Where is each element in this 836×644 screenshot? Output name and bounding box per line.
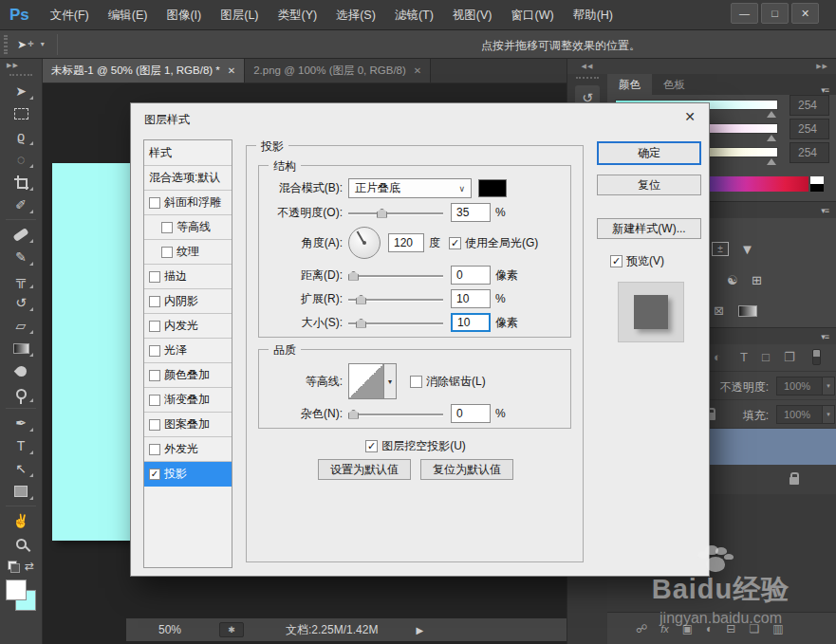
filter-type-icon[interactable]: T	[740, 350, 748, 364]
style-item-texture[interactable]: 纹理	[144, 240, 232, 265]
brush-tool[interactable]: ✎	[0, 246, 42, 268]
style-item-outer-glow[interactable]: 外发光	[144, 437, 232, 462]
color-balance-icon[interactable]: ☯	[727, 273, 738, 287]
checkbox[interactable]	[149, 345, 160, 357]
noise-input[interactable]: 0	[451, 404, 491, 423]
menu-file[interactable]: 文件(F)	[41, 0, 99, 30]
eraser-tool[interactable]: ▱	[0, 314, 42, 337]
noise-slider[interactable]	[348, 408, 443, 420]
crop-tool[interactable]	[0, 171, 42, 193]
style-item-satin[interactable]: 光泽	[144, 339, 232, 363]
filter-toggle[interactable]	[812, 349, 821, 365]
menu-help[interactable]: 帮助(H)	[564, 0, 622, 30]
opacity-input[interactable]: 35	[451, 203, 491, 222]
foreground-color-swatch[interactable]	[6, 580, 27, 600]
tab-swatches[interactable]: 色板	[652, 74, 697, 95]
zoom-level[interactable]: 50%	[158, 623, 181, 636]
invert-adjustment-icon[interactable]: ⊠	[714, 304, 724, 318]
angle-input[interactable]: 120	[388, 233, 424, 252]
pen-tool[interactable]: ✒	[0, 412, 42, 434]
clone-stamp-tool[interactable]: ╦	[0, 268, 42, 291]
reset-button[interactable]: 复位	[597, 175, 701, 195]
black-swatch[interactable]	[810, 184, 824, 192]
channel-mixer-icon[interactable]: ⊞	[752, 273, 762, 287]
gradient-adjustment-icon[interactable]: ▼	[740, 241, 754, 257]
blue-value[interactable]: 254	[790, 142, 829, 163]
style-item-inner-glow[interactable]: 内发光	[144, 314, 232, 339]
quick-selection-tool[interactable]: ◌	[0, 148, 42, 171]
exposure-adjustment-icon[interactable]: ±	[712, 242, 729, 256]
chevron-down-icon[interactable]: ▾	[822, 377, 834, 395]
opacity-slider[interactable]	[348, 207, 443, 219]
checkbox[interactable]	[149, 370, 160, 381]
eyedropper-tool[interactable]: ✐	[0, 193, 42, 216]
red-slider-thumb[interactable]	[767, 111, 776, 118]
tool-preset-chevron-icon[interactable]: ▾	[41, 40, 45, 48]
style-item-contour[interactable]: 等高线	[144, 215, 232, 240]
slider-thumb[interactable]	[348, 410, 359, 419]
document-tab-untitled[interactable]: 未标题-1 @ 50% (图层 1, RGB/8) * ✕	[43, 59, 245, 83]
reset-default-button[interactable]: 复位为默认值	[420, 459, 513, 480]
tab-color[interactable]: 颜色	[607, 74, 652, 95]
checkbox[interactable]	[149, 321, 160, 332]
dodge-tool[interactable]	[0, 382, 42, 405]
document-tab-2png[interactable]: 2.png @ 100% (图层 0, RGB/8) ✕	[245, 59, 431, 83]
menu-select[interactable]: 选择(S)	[326, 0, 385, 30]
marquee-tool[interactable]	[0, 102, 42, 125]
menu-layer[interactable]: 图层(L)	[211, 0, 268, 30]
style-item-gradient-overlay[interactable]: 渐变叠加	[144, 388, 232, 413]
contour-dropdown-icon[interactable]: ▾	[384, 363, 397, 399]
dock-grip[interactable]	[567, 77, 607, 79]
antialias-checkbox[interactable]	[410, 376, 422, 388]
path-selection-tool[interactable]: ↖	[0, 457, 42, 480]
zoom-tool[interactable]	[0, 532, 42, 555]
canvas-artwork[interactable]	[52, 163, 139, 541]
gradient-tool[interactable]	[0, 337, 42, 359]
shape-tool[interactable]	[0, 480, 42, 503]
checkbox[interactable]	[149, 444, 160, 455]
menu-view[interactable]: 视图(V)	[443, 0, 502, 30]
collapse-dock-icon[interactable]: ◀◀	[567, 59, 607, 74]
global-light-checkbox[interactable]: ✓	[449, 237, 461, 249]
knockout-checkbox[interactable]: ✓	[365, 440, 378, 452]
menu-image[interactable]: 图像(I)	[157, 0, 211, 30]
blend-mode-select[interactable]: 正片叠底 ∨	[348, 178, 472, 198]
blur-tool[interactable]	[0, 359, 42, 382]
blue-slider-thumb[interactable]	[767, 158, 776, 165]
set-default-button[interactable]: 设置为默认值	[318, 459, 411, 480]
expand-tools-icon[interactable]: ▶▶	[0, 59, 42, 71]
lasso-tool[interactable]: ϱ	[0, 125, 42, 148]
contour-thumbnail[interactable]	[348, 363, 384, 399]
panel-menu-icon[interactable]: ▾≡	[821, 81, 836, 95]
status-flyout-icon[interactable]: ▶	[416, 625, 423, 635]
ok-button[interactable]: 确定	[597, 141, 701, 165]
white-swatch[interactable]	[810, 176, 824, 184]
green-slider-thumb[interactable]	[767, 135, 776, 141]
fill-dropdown[interactable]: 100% ▾	[776, 405, 835, 424]
history-brush-tool[interactable]: ↺	[0, 291, 42, 314]
slider-thumb[interactable]	[377, 209, 387, 218]
angle-dial[interactable]	[348, 227, 381, 259]
style-item-drop-shadow[interactable]: ✓投影	[144, 462, 232, 487]
type-tool[interactable]: T	[0, 434, 42, 457]
filter-shape-icon[interactable]: □	[762, 350, 770, 364]
slider-thumb[interactable]	[348, 271, 359, 281]
spread-slider[interactable]	[348, 293, 443, 305]
expand-dock-icon[interactable]: ▶▶	[607, 59, 836, 74]
menu-filter[interactable]: 滤镜(T)	[385, 0, 443, 30]
checkbox[interactable]	[149, 419, 160, 431]
style-item-blending-options[interactable]: 混合选项:默认	[144, 166, 232, 191]
checkbox-checked[interactable]: ✓	[149, 469, 160, 480]
style-item-color-overlay[interactable]: 颜色叠加	[144, 363, 232, 388]
red-value[interactable]: 254	[790, 95, 829, 116]
slider-thumb[interactable]	[356, 295, 366, 304]
close-window-button[interactable]: ✕	[791, 3, 819, 24]
menu-window[interactable]: 窗口(W)	[502, 0, 564, 30]
gradient-map-icon[interactable]	[738, 305, 757, 317]
green-value[interactable]: 254	[790, 119, 829, 139]
checkbox[interactable]	[149, 197, 160, 209]
checkbox[interactable]	[149, 271, 160, 283]
size-input[interactable]: 10	[451, 313, 491, 332]
style-item-pattern-overlay[interactable]: 图案叠加	[144, 413, 232, 437]
default-colors-icon[interactable]	[8, 561, 20, 573]
